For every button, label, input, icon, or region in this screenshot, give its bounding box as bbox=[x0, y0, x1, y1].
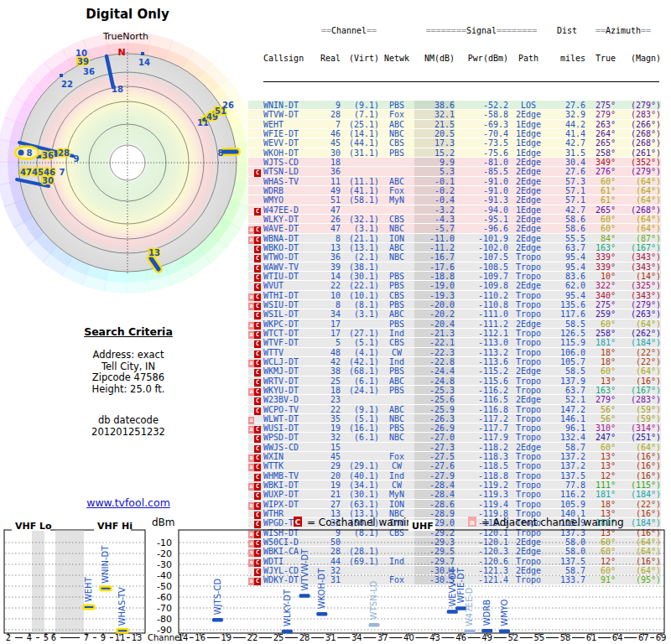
true-azimuth-cell: 163° bbox=[585, 243, 616, 252]
station-bar bbox=[212, 618, 223, 622]
station-bar bbox=[84, 605, 95, 610]
magnetic-azimuth-cell: (343°) bbox=[616, 262, 661, 271]
db-datecode-line: db datecode bbox=[0, 415, 257, 427]
nm-db-cell: -22.1 bbox=[414, 338, 455, 346]
tvfool-link[interactable]: www.tvfool.com bbox=[86, 496, 170, 509]
criteria-line: Zipcode 47586 bbox=[0, 372, 257, 384]
channel-tick-label: 16 bbox=[195, 633, 205, 642]
network-cell bbox=[379, 395, 414, 403]
path-cell: Tropo bbox=[508, 329, 549, 337]
true-azimuth-cell: 18° bbox=[585, 357, 616, 366]
real-channel-cell: 15 bbox=[319, 443, 341, 451]
network-cell: ION bbox=[379, 500, 414, 508]
path-cell: 2Edge bbox=[508, 177, 549, 185]
channel-number-label: 8 bbox=[218, 148, 224, 158]
table-row: CWTSN-LD365.3-85.52Edge27.6276°(279°) bbox=[248, 167, 661, 176]
station-bar-label: W47EE-D bbox=[465, 587, 474, 626]
virtual-channel-cell: (27.1) bbox=[341, 329, 379, 337]
true-azimuth-cell: 60° bbox=[585, 224, 616, 232]
channel-tick-label: 43 bbox=[429, 633, 440, 642]
power-dbm-cell: -115.2 bbox=[455, 366, 508, 375]
network-cell bbox=[379, 167, 414, 175]
network-cell: ABC bbox=[379, 309, 414, 318]
callsign-cell: WBKO-DT bbox=[263, 243, 319, 252]
network-cell: NBC bbox=[379, 224, 414, 232]
channel-tick-label: 22 bbox=[247, 633, 258, 642]
callsign-cell: WDRB bbox=[263, 186, 319, 195]
dbm-tick-label: -80 bbox=[157, 614, 172, 625]
callsign-cell: WSIU-DT bbox=[263, 300, 319, 309]
network-cell bbox=[379, 262, 414, 271]
distance-cell: 137.9 bbox=[549, 377, 585, 385]
header-azimuth: Azimuth bbox=[606, 26, 641, 35]
magnetic-azimuth-cell: (251°) bbox=[616, 433, 661, 441]
distance-cell: 52.1 bbox=[549, 395, 585, 403]
real-channel-cell: 45 bbox=[319, 452, 341, 460]
callsign-cell: WUSI-DT bbox=[263, 423, 319, 432]
channel-tick-label: 7 bbox=[84, 633, 89, 642]
power-dbm-cell: -119.2 bbox=[455, 480, 508, 489]
dbm-tick-label: -70 bbox=[157, 603, 172, 614]
virtual-channel-cell: (2.1) bbox=[341, 252, 379, 261]
nm-db-cell: -22.3 bbox=[414, 348, 455, 356]
true-azimuth-cell: 163° bbox=[585, 386, 616, 394]
magnetic-azimuth-cell: (268°) bbox=[616, 138, 661, 147]
true-azimuth-cell: 181° bbox=[585, 490, 616, 498]
nm-db-cell: -28.4 bbox=[414, 480, 455, 489]
path-cell: 2Edge bbox=[508, 395, 549, 403]
path-cell: Tropo bbox=[508, 480, 549, 489]
channel-tick-label: 14 bbox=[178, 633, 189, 642]
path-cell: Tropo bbox=[508, 338, 549, 346]
callsign-cell: WTSN-LD bbox=[263, 167, 319, 175]
table-row: CWAWV-TV39(38.1)-17.6-108.5Tropo95.4339°… bbox=[248, 262, 661, 272]
path-cell: 2Edge bbox=[508, 366, 549, 375]
true-azimuth-cell: 265° bbox=[585, 138, 616, 147]
vhf-gap-band bbox=[55, 531, 84, 633]
station-bar-label: WEHT bbox=[85, 576, 94, 602]
power-dbm-cell: -73.5 bbox=[455, 138, 508, 147]
network-cell: Fox bbox=[379, 452, 414, 460]
table-row: WEVV-DT45(44.1)CBS17.3-73.51Edge42.7265°… bbox=[248, 138, 661, 148]
channel-tick-label: 64 bbox=[612, 633, 623, 642]
virtual-channel-cell: (31.1) bbox=[341, 148, 379, 157]
real-channel-cell: 10 bbox=[319, 291, 341, 299]
true-azimuth-cell: 322° bbox=[585, 281, 616, 289]
adjacent-legend-text: = Adjacent channel warning bbox=[481, 517, 624, 528]
true-azimuth-cell: 258° bbox=[585, 329, 616, 337]
power-dbm-cell: -96.6 bbox=[455, 224, 508, 232]
virtual-channel-cell: (24.1) bbox=[341, 386, 379, 394]
real-channel-cell: 39 bbox=[319, 262, 341, 271]
callsign-cell: WTTK bbox=[263, 461, 319, 470]
magnetic-azimuth-cell: (64°) bbox=[616, 224, 661, 232]
nm-db-cell: -25.3 bbox=[414, 386, 455, 394]
dbm-tick-label: -60 bbox=[157, 592, 172, 603]
true-azimuth-cell: 60° bbox=[585, 443, 616, 451]
power-dbm-cell: -113.2 bbox=[455, 348, 508, 356]
power-dbm-cell: -58.8 bbox=[455, 110, 508, 118]
channel-tick-label: 2 bbox=[6, 633, 11, 642]
magnetic-azimuth-cell: (325°) bbox=[616, 281, 661, 289]
path-cell: Tropo bbox=[508, 452, 549, 460]
path-cell: 1Edge bbox=[508, 120, 549, 128]
path-cell: 2Edge bbox=[508, 195, 549, 204]
virtual-channel-cell: (16.1) bbox=[341, 423, 379, 432]
true-azimuth-cell: 265° bbox=[585, 205, 616, 214]
distance-cell: 146.1 bbox=[549, 414, 585, 423]
co-channel-legend-letter: C bbox=[295, 518, 301, 527]
true-azimuth-cell: 13° bbox=[585, 452, 616, 460]
power-dbm-cell: -52.2 bbox=[455, 101, 508, 109]
power-dbm-cell: -91.0 bbox=[455, 186, 508, 195]
magnetic-azimuth-cell: (64°) bbox=[616, 177, 661, 185]
network-cell: Ind bbox=[379, 329, 414, 337]
table-row: WEHT7(25.1)ABC21.5-69.31Edge44.2263°(266… bbox=[248, 120, 661, 129]
search-criteria-lines: Address: exactTell City, INZipcode 47586… bbox=[0, 350, 257, 395]
dbm-axis-title: dBm bbox=[152, 517, 175, 528]
true-azimuth-cell: 13° bbox=[585, 461, 616, 470]
distance-cell: 58.6 bbox=[549, 224, 585, 232]
path-cell: Tropo bbox=[508, 386, 549, 394]
network-cell: ABC bbox=[379, 120, 414, 128]
nm-db-cell: -20.2 bbox=[414, 309, 455, 318]
nm-db-cell: -25.6 bbox=[414, 395, 455, 403]
network-cell: Fox bbox=[379, 186, 414, 195]
path-cell: 1Edge bbox=[508, 205, 549, 214]
